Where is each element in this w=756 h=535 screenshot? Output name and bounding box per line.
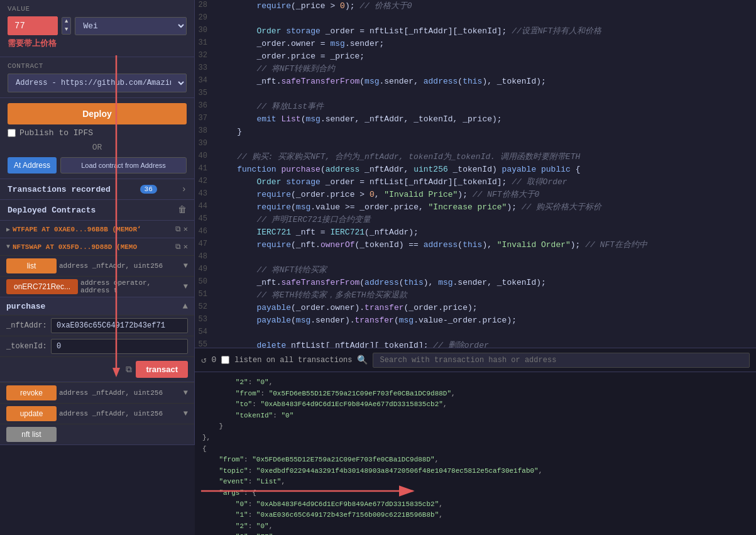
nft-list-button[interactable]: nft list — [6, 427, 57, 442]
code-line-37: 37 emit List(msg.sender, _nftAddr, _toke… — [195, 113, 756, 126]
wtfape-copy-icon[interactable]: ⧉ — [175, 225, 181, 234]
code-line-34: 34 _nft.safeTransferFrom(msg.sender, add… — [195, 75, 756, 88]
code-line-28: 28 require(_price > 0); // 价格大于0 — [195, 0, 756, 13]
revoke-args: address _nftAddr, uint256 — [59, 389, 181, 397]
bottom-bar: ↺ 0 listen on all transactions 🔍 — [195, 348, 756, 372]
revoke-button[interactable]: revoke — [6, 385, 57, 400]
reload-icon[interactable]: ↺ — [201, 355, 206, 365]
code-line-41: 41 function purchase(address _nftAddr, u… — [195, 163, 756, 176]
listen-label: listen on all transactions — [234, 356, 352, 365]
code-line-35: 35 — [195, 88, 756, 101]
list-button[interactable]: list — [6, 258, 57, 273]
code-line-52: 52 payable(_order.owner).transfer(_order… — [195, 302, 756, 314]
code-line-51: 51 // 将ETH转给卖家，多余ETH给买家退款 — [195, 289, 756, 302]
code-line-40: 40 // 购买: 买家购买NFT, 合约为_nftAddr, tokenId为… — [195, 151, 756, 163]
purchase-copy-icon[interactable]: ⧉ — [126, 365, 132, 375]
code-line-38: 38 } — [195, 126, 756, 138]
purchase-chevron[interactable]: ▲ — [183, 301, 188, 311]
code-line-36: 36 // 释放List事件 — [195, 101, 756, 113]
purchase-label: purchase — [6, 302, 45, 311]
wtfape-expand[interactable]: ▶ — [6, 226, 10, 233]
onerc-chevron[interactable]: ▼ — [184, 282, 188, 291]
nftaddr-field: _nftAddr: — [0, 315, 194, 336]
value-label: VALUE — [8, 5, 187, 13]
code-line-44: 44 require(msg.value >= _order.price, "I… — [195, 201, 756, 214]
log-content: "2": "0", "from": "0x5FD6eB55D12E759a21C… — [202, 377, 748, 535]
code-line-32: 32 _order.price = _price; — [195, 50, 756, 63]
red-hint: 需要带上价格 — [8, 38, 187, 49]
deploy-button[interactable]: Deploy — [8, 103, 187, 124]
revoke-func-row: revoke address _nftAddr, uint256 ▼ — [0, 382, 194, 403]
purchase-section: purchase ▲ _nftAddr: _tokenId: ⧉ transac… — [0, 297, 194, 382]
transactions-chevron: › — [182, 184, 187, 194]
code-line-42: 42 Order storage _order = nftList[_nftAd… — [195, 176, 756, 189]
code-line-30: 30 Order storage _order = nftList[_nftAd… — [195, 25, 756, 38]
list-args: address _nftAddr, uint256 — [59, 262, 181, 270]
deployed-contracts-label: Deployed Contracts — [8, 206, 96, 215]
transactions-badge: 36 — [140, 185, 157, 194]
onerc-args: address operator, address t — [80, 279, 181, 294]
code-line-53: 53 payable(msg.sender).transfer(msg.valu… — [195, 314, 756, 327]
nftswap-copy-icon[interactable]: ⧉ — [175, 243, 181, 251]
code-line-50: 50 _nft.safeTransferFrom(address(this), … — [195, 277, 756, 289]
update-chevron[interactable]: ▼ — [184, 409, 188, 418]
contract-item-wtfape: ▶ WTFAPE AT 0XAE0...96B8B (MEMORʻ ⧉ ✕ — [0, 221, 194, 238]
code-line-33: 33 // 将NFT转账到合约 — [195, 63, 756, 75]
code-line-29: 29 — [195, 13, 756, 25]
transact-button[interactable]: transact — [136, 361, 188, 378]
code-editor: 28 require(_price > 0); // 价格大于0 29 30 O… — [195, 0, 756, 348]
trash-icon[interactable]: 🗑 — [178, 205, 187, 215]
nftswap-close-icon[interactable]: ✕ — [184, 242, 188, 251]
search-icon[interactable]: 🔍 — [357, 355, 368, 365]
transactions-label: Transactions recorded — [8, 185, 111, 194]
log-panel: "2": "0", "from": "0x5FD6eB55D12E759a21C… — [195, 372, 756, 535]
value-input[interactable] — [8, 16, 58, 35]
update-button[interactable]: update — [6, 406, 57, 421]
onerc-func-row: onERC721Rec... address operator, address… — [0, 276, 194, 297]
transactions-row[interactable]: Transactions recorded 36 › — [0, 179, 194, 200]
nftswap-expand[interactable]: ▼ — [6, 243, 10, 250]
nftswap-name: NFTSWAP AT 0X5FD...9D88D (MEMO — [13, 243, 173, 251]
update-args: address _nftAddr, uint256 — [59, 410, 181, 417]
publish-ipfs-checkbox[interactable] — [8, 129, 16, 137]
code-line-54: 54 — [195, 327, 756, 339]
value-spinner[interactable]: ▲ ▼ — [62, 17, 71, 35]
nftaddr-label: _nftAddr: — [6, 321, 47, 330]
listen-checkbox[interactable] — [221, 356, 229, 364]
wtfape-name: WTFAPE AT 0XAE0...96B8B (MEMORʻ — [13, 225, 173, 233]
at-address-button[interactable]: At Address — [8, 157, 57, 174]
code-line-55: 55 delete nftList[_nftAddr][_tokenId]; /… — [195, 339, 756, 348]
spinner-up[interactable]: ▲ — [62, 18, 70, 26]
list-chevron[interactable]: ▼ — [184, 262, 188, 270]
code-line-39: 39 — [195, 138, 756, 151]
code-line-45: 45 // 声明IERC721接口合约变量 — [195, 214, 756, 226]
code-line-48: 48 — [195, 251, 756, 264]
code-line-47: 47 require(_nft.ownerOf(_tokenId) == add… — [195, 239, 756, 251]
tokenid-field: _tokenId: — [0, 336, 194, 356]
publish-ipfs-label: Publish to IPFS — [19, 128, 93, 138]
contract-select[interactable]: Address - https://github.com/Amazing: — [8, 74, 187, 92]
tx-count: 0 — [211, 355, 216, 365]
wei-select[interactable]: Wei Gwei ETH — [75, 17, 187, 35]
or-divider: OR — [8, 143, 187, 152]
list-func-row: list address _nftAddr, uint256 ▼ — [0, 255, 194, 276]
tokenid-label: _tokenId: — [6, 342, 47, 351]
onerc-button[interactable]: onERC721Rec... — [6, 279, 78, 294]
spinner-down[interactable]: ▼ — [62, 26, 70, 34]
contract-item-nftswap: ▼ NFTSWAP AT 0X5FD...9D88D (MEMO ⧉ ✕ lis… — [0, 238, 194, 445]
tokenid-input[interactable] — [51, 339, 188, 354]
revoke-chevron[interactable]: ▼ — [184, 389, 188, 397]
transaction-search-input[interactable] — [373, 353, 750, 368]
load-contract-button[interactable]: Load contract from Address — [60, 157, 187, 174]
code-line-46: 46 IERC721 _nft = IERC721(_nftAddr); — [195, 226, 756, 239]
purchase-actions: ⧉ transact — [0, 356, 194, 382]
update-func-row: update address _nftAddr, uint256 ▼ — [0, 403, 194, 424]
wtfape-close-icon[interactable]: ✕ — [184, 224, 188, 234]
contract-label: CONTRACT — [8, 62, 187, 70]
nft-list-func-row: nft list — [0, 424, 194, 444]
code-line-31: 31 _order.owner = msg.sender; — [195, 38, 756, 50]
nftaddr-input[interactable] — [51, 318, 188, 333]
code-line-49: 49 // 将NFT转给买家 — [195, 264, 756, 277]
code-line-43: 43 require(_order.price > 0, "Invalid Pr… — [195, 189, 756, 201]
